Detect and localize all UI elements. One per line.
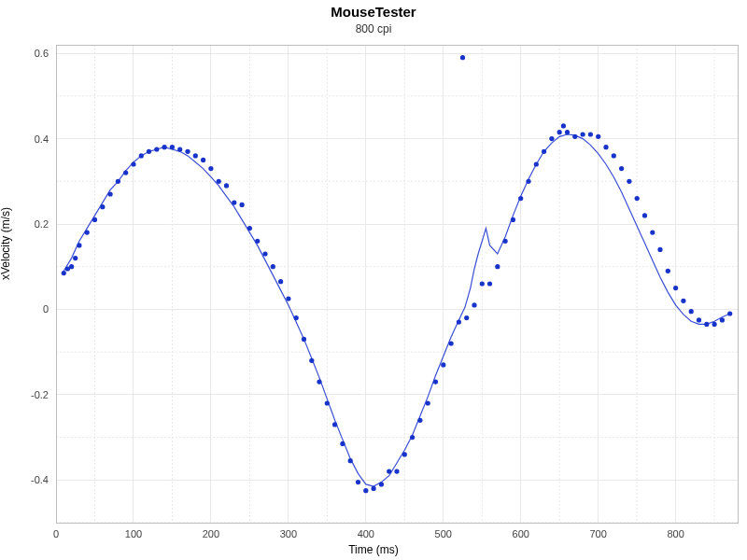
data-point <box>147 149 151 154</box>
data-point <box>561 123 566 128</box>
data-point <box>208 166 213 171</box>
data-point <box>372 486 376 491</box>
data-point <box>317 380 321 385</box>
data-point <box>681 299 685 303</box>
data-point <box>340 441 345 446</box>
series-line-smoothed <box>63 134 729 486</box>
data-point <box>565 130 570 134</box>
x-tick-label: 100 <box>125 528 142 539</box>
data-point <box>503 239 508 244</box>
data-point <box>603 145 608 149</box>
data-point <box>170 145 175 149</box>
data-point <box>480 281 485 286</box>
data-point <box>302 337 306 342</box>
data-point <box>704 322 709 327</box>
data-point <box>511 217 515 222</box>
data-point <box>116 179 120 184</box>
data-point <box>262 251 267 256</box>
data-point <box>217 179 221 184</box>
data-point <box>286 296 290 301</box>
data-point <box>495 264 500 269</box>
data-point <box>394 469 399 474</box>
data-point <box>193 153 198 158</box>
data-point <box>108 191 113 196</box>
series-points <box>62 55 733 493</box>
data-point <box>348 458 353 463</box>
data-point <box>457 320 461 325</box>
data-point <box>73 256 78 260</box>
x-tick-label: 200 <box>203 528 219 539</box>
data-point <box>154 147 159 151</box>
data-point <box>294 315 299 320</box>
data-point <box>325 400 330 405</box>
data-point <box>240 203 245 207</box>
data-point <box>224 183 229 188</box>
data-point <box>356 480 360 484</box>
data-point <box>596 134 600 139</box>
y-tick-label: 0.2 <box>35 218 49 230</box>
data-point <box>85 231 90 235</box>
chart-container: MouseTester 800 cpi xVelocity (m/s) Time… <box>0 0 747 560</box>
data-point <box>549 136 554 141</box>
svg-rect-30 <box>56 45 738 523</box>
data-point <box>542 149 546 154</box>
data-point <box>588 132 593 136</box>
data-point <box>139 153 144 158</box>
x-tick-label: 300 <box>280 528 297 539</box>
data-point <box>201 158 205 162</box>
x-tick-label: 0 <box>53 528 59 539</box>
x-tick-label: 400 <box>358 528 374 539</box>
y-tick-label: 0.6 <box>35 48 49 59</box>
data-point <box>487 281 492 286</box>
data-point <box>426 400 430 405</box>
data-point <box>449 341 454 345</box>
y-tick-label: -0.4 <box>31 474 49 485</box>
data-point <box>526 179 530 184</box>
data-point <box>650 231 655 235</box>
data-point <box>572 134 577 139</box>
data-point <box>162 145 167 149</box>
x-tick-label: 500 <box>435 528 452 539</box>
x-tick-label: 800 <box>667 528 684 539</box>
data-point <box>332 422 337 427</box>
data-point <box>472 302 476 307</box>
data-point <box>697 317 701 322</box>
x-tick-label: 600 <box>513 528 529 539</box>
data-point <box>534 161 539 166</box>
data-point <box>642 213 647 217</box>
data-point <box>177 147 182 151</box>
data-point <box>100 204 105 209</box>
data-point <box>185 149 190 154</box>
data-point <box>278 279 283 284</box>
data-point <box>557 130 562 134</box>
data-point <box>62 271 66 275</box>
data-point <box>131 161 135 166</box>
data-point <box>363 488 368 493</box>
data-point <box>657 247 662 252</box>
data-point <box>123 171 128 175</box>
chart-plot-area: 0100200300400500600700800 -0.4-0.200.20.… <box>0 0 747 560</box>
data-point <box>673 286 678 290</box>
y-tick-label: -0.2 <box>31 389 49 400</box>
data-point <box>460 55 465 60</box>
data-point <box>247 226 252 231</box>
data-point <box>77 243 81 247</box>
data-point <box>387 469 391 474</box>
data-point <box>271 264 275 269</box>
x-tick-label: 700 <box>590 528 607 539</box>
data-point <box>417 418 422 423</box>
data-point <box>441 362 445 367</box>
data-point <box>433 380 438 385</box>
data-point <box>464 315 469 320</box>
data-point <box>720 317 725 322</box>
data-point <box>92 217 97 222</box>
data-point <box>635 196 640 201</box>
data-point <box>627 179 631 184</box>
data-point <box>69 264 74 269</box>
data-point <box>402 452 407 456</box>
data-point <box>518 196 523 201</box>
data-point <box>612 153 616 158</box>
data-point <box>410 435 415 440</box>
data-point <box>379 482 384 486</box>
y-tick-label: 0.4 <box>35 133 49 145</box>
